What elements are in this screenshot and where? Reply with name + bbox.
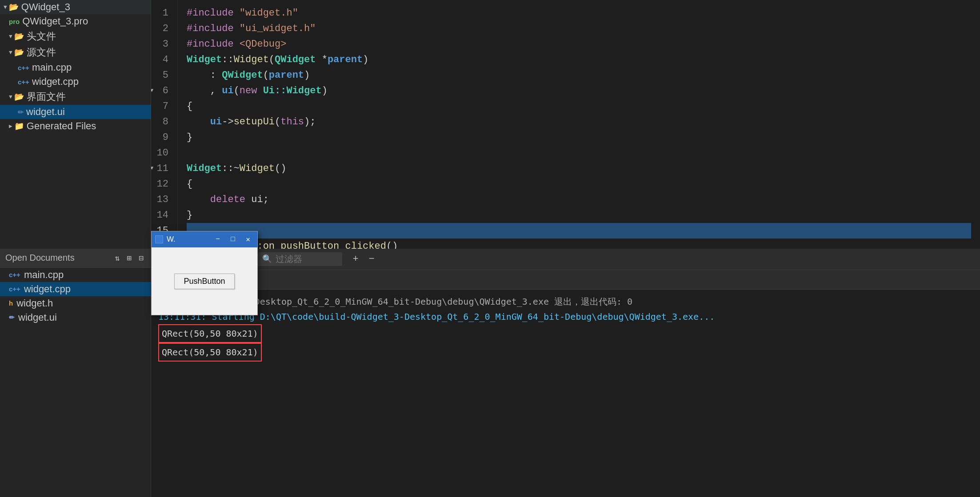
open-doc-item-widget-h[interactable]: hwidget.h bbox=[0, 296, 151, 310]
code-line-2: #include "ui_widget.h" bbox=[187, 21, 971, 36]
open-doc-item-main-cpp[interactable]: c++main.cpp bbox=[0, 268, 151, 282]
output-area: ...uild-QWidget_3-Desktop_Qt_6_2_0_MinGW… bbox=[151, 290, 980, 497]
main-area: ▼📂QWidget_3proQWidget_3.pro▼📂头文件▼📂源文件c++… bbox=[0, 0, 980, 249]
tree-arrow-icon: ▼ bbox=[4, 4, 7, 11]
tree-item-label: Generated Files bbox=[27, 120, 96, 132]
code-line-15 bbox=[187, 223, 971, 239]
open-doc-item-widget-cpp[interactable]: c++widget.cpp bbox=[0, 282, 151, 296]
line-numbers: 123456789101112131415161718192021222324 bbox=[151, 0, 178, 249]
line-number-8: 8 bbox=[151, 114, 172, 130]
tree-item-widget-cpp[interactable]: c++widget.cpp bbox=[0, 75, 151, 89]
open-docs-title: Open Documents bbox=[5, 253, 75, 263]
tree-arrow-icon: ▼ bbox=[9, 94, 12, 100]
folder-icon: 📂 bbox=[14, 92, 24, 102]
line-number-1: 1 bbox=[151, 5, 172, 21]
open-docs-list: c++main.cppc++widget.cpphwidget.h✏widget… bbox=[0, 268, 151, 497]
line-number-4: 4 bbox=[151, 52, 172, 68]
doc-label: widget.cpp bbox=[24, 283, 71, 295]
code-line-6: , ui(new Ui::Widget) bbox=[187, 83, 971, 99]
file-icon: c++ bbox=[18, 78, 29, 86]
line-number-14: 14 bbox=[151, 207, 172, 223]
float-title-text: W. bbox=[167, 235, 208, 244]
code-line-16: void Widget::on_pushButton_clicked() bbox=[187, 239, 971, 249]
line-number-10: 10 bbox=[151, 145, 172, 161]
tree-item-label: QWidget_3.pro bbox=[22, 16, 88, 27]
doc-label: main.cpp bbox=[24, 269, 64, 281]
code-line-9: } bbox=[187, 130, 971, 145]
file-icon: h bbox=[9, 299, 13, 307]
code-line-4: Widget::Widget(QWidget *parent) bbox=[187, 52, 971, 68]
left-panel: Open Documents ⇅ ⊞ ⊟ c++main.cppc++widge… bbox=[0, 249, 151, 497]
file-icon: ✏ bbox=[9, 314, 15, 322]
sidebar: ▼📂QWidget_3proQWidget_3.pro▼📂头文件▼📂源文件c++… bbox=[0, 0, 151, 249]
bottom-split: Open Documents ⇅ ⊞ ⊟ c++main.cppc++widge… bbox=[0, 249, 980, 497]
code-line-3: #include <QDebug> bbox=[187, 36, 971, 52]
output-tab-bar: 3 ✕ bbox=[151, 270, 980, 290]
tree-item-sources-folder[interactable]: ▼📂源文件 bbox=[0, 44, 151, 60]
tree-item-headers-folder[interactable]: ▼📂头文件 bbox=[0, 28, 151, 44]
folder-icon: 📁 bbox=[14, 121, 24, 131]
tree-item-generated-files[interactable]: ▶📁Generated Files bbox=[0, 119, 151, 133]
code-content[interactable]: #include "widget.h"#include "ui_widget.h… bbox=[178, 0, 980, 249]
filter-box: 🔍 bbox=[258, 252, 342, 266]
code-line-12: { bbox=[187, 176, 971, 192]
collapse-action[interactable]: ⊟ bbox=[137, 252, 145, 264]
code-line-14: } bbox=[187, 207, 971, 223]
line-number-3: 3 bbox=[151, 36, 172, 52]
tree-item-label: widget.ui bbox=[26, 106, 65, 118]
output-toolbar: ▲ ▼ ▶ ■ ▶ ⚙ 🔍 + − bbox=[151, 249, 980, 270]
file-icon: c++ bbox=[9, 285, 20, 293]
line-number-9: 9 bbox=[151, 130, 172, 145]
line-number-11: 11 bbox=[151, 161, 172, 176]
sort-action[interactable]: ⇅ bbox=[113, 252, 121, 264]
tree-item-main-cpp[interactable]: c++main.cpp bbox=[0, 60, 151, 75]
doc-label: widget.h bbox=[16, 298, 53, 309]
output-line: ...uild-QWidget_3-Desktop_Qt_6_2_0_MinGW… bbox=[158, 294, 973, 309]
float-titlebar: W. − □ ✕ bbox=[152, 231, 257, 247]
minimize-btn[interactable]: − bbox=[212, 235, 224, 244]
tree-item-qwidget3-pro[interactable]: proQWidget_3.pro bbox=[0, 14, 151, 28]
code-line-11: Widget::~Widget() bbox=[187, 161, 971, 176]
folder-icon: 📂 bbox=[14, 48, 24, 57]
open-docs-actions: ⇅ ⊞ ⊟ bbox=[113, 252, 145, 264]
tree-item-label: 源文件 bbox=[27, 46, 56, 59]
tree-item-widget-ui[interactable]: ✏widget.ui bbox=[0, 105, 151, 119]
close-btn[interactable]: ✕ bbox=[242, 235, 254, 244]
code-line-8: ui->setupUi(this); bbox=[187, 114, 971, 130]
maximize-btn[interactable]: □ bbox=[227, 235, 239, 244]
floating-window[interactable]: W. − □ ✕ PushButton bbox=[151, 231, 258, 315]
file-icon: c++ bbox=[18, 64, 29, 72]
plus-minus-buttons: + − bbox=[348, 252, 379, 266]
line-number-6: 6 bbox=[151, 83, 172, 99]
float-content: PushButton bbox=[152, 247, 257, 315]
tree-item-qwidget3-root[interactable]: ▼📂QWidget_3 bbox=[0, 0, 151, 14]
tree-item-ui-folder[interactable]: ▼📂界面文件 bbox=[0, 89, 151, 105]
add-btn[interactable]: + bbox=[348, 252, 363, 266]
code-line-5: : QWidget(parent) bbox=[187, 68, 971, 83]
tree-item-label: main.cpp bbox=[32, 62, 72, 73]
split-action[interactable]: ⊞ bbox=[125, 252, 133, 264]
right-panel: ▲ ▼ ▶ ■ ▶ ⚙ 🔍 + − 3 ✕ ...uild-QWidget_3-… bbox=[151, 249, 980, 497]
search-icon: 🔍 bbox=[262, 254, 272, 264]
filter-input[interactable] bbox=[276, 254, 338, 264]
output-line: QRect(50,50 80x21) bbox=[158, 324, 973, 343]
tree-item-label: widget.cpp bbox=[32, 76, 79, 87]
tree-item-label: 界面文件 bbox=[27, 90, 66, 103]
line-number-2: 2 bbox=[151, 21, 172, 36]
code-line-10 bbox=[187, 145, 971, 161]
remove-btn[interactable]: − bbox=[364, 252, 379, 266]
line-number-12: 12 bbox=[151, 176, 172, 192]
code-line-1: #include "widget.h" bbox=[187, 5, 971, 21]
code-line-7: { bbox=[187, 99, 971, 114]
push-button[interactable]: PushButton bbox=[174, 274, 234, 289]
open-doc-item-widget-ui[interactable]: ✏widget.ui bbox=[0, 310, 151, 325]
code-line-13: delete ui; bbox=[187, 192, 971, 207]
code-editor: 123456789101112131415161718192021222324 … bbox=[151, 0, 980, 249]
float-app-icon bbox=[155, 235, 163, 243]
folder-icon: 📂 bbox=[9, 2, 19, 12]
folder-icon: 📂 bbox=[14, 32, 24, 41]
output-line: QRect(50,50 80x21) bbox=[158, 343, 973, 362]
file-icon: ✏ bbox=[18, 108, 24, 116]
tree-item-label: QWidget_3 bbox=[21, 1, 70, 13]
tree-arrow-icon: ▼ bbox=[9, 33, 12, 40]
